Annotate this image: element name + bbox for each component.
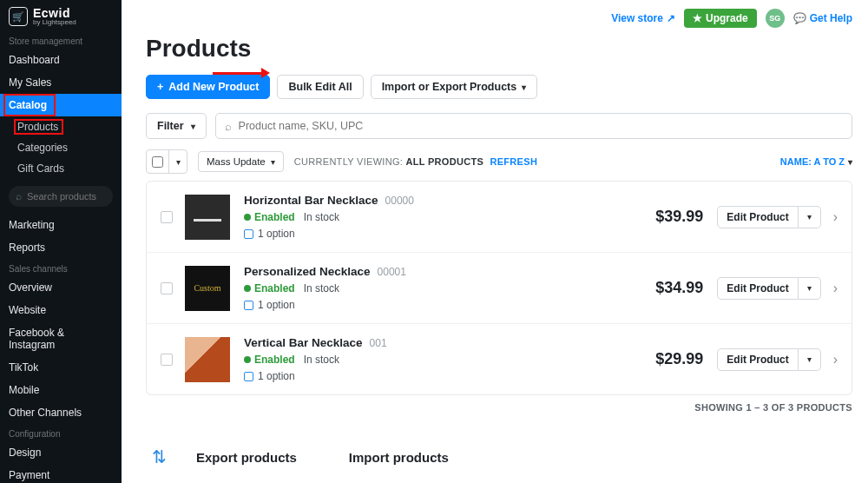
sidebar-item-my-sales[interactable]: My Sales [0,71,122,94]
product-row[interactable]: Custom Personalized Necklace 00001 Enabl… [147,253,852,324]
options-icon [244,229,253,239]
product-search[interactable]: ⌕ [215,113,852,139]
product-sku: 00001 [378,266,406,278]
section-configuration: Configuration [0,424,122,441]
import-export-button[interactable]: Import or Export Products▾ [371,75,538,99]
star-icon: ★ [693,12,702,24]
product-options[interactable]: 1 option [244,370,387,382]
edit-product-button[interactable]: Edit Product [717,206,798,228]
product-image[interactable] [185,195,230,240]
select-all-checkbox[interactable] [147,150,169,173]
product-name: Vertical Bar Necklace [244,336,363,349]
chevron-down-icon: ▾ [522,83,526,92]
edit-product-button[interactable]: Edit Product [717,348,798,371]
chevron-down-icon: ▾ [807,283,812,293]
product-image[interactable] [185,337,230,382]
export-icon: ⇅ [146,444,172,470]
sidebar-search[interactable]: ⌕ [9,186,113,207]
product-sku: 00000 [385,195,414,207]
product-checkbox[interactable] [161,282,173,294]
product-info: Personalized Necklace 00001 Enabled In s… [244,265,406,311]
user-avatar[interactable]: SG [766,9,785,28]
refresh-link[interactable]: REFRESH [490,156,537,167]
product-options[interactable]: 1 option [244,228,414,240]
chevron-down-icon: ▾ [271,157,275,167]
sidebar-item-website[interactable]: Website [0,299,122,321]
edit-product-group: Edit Product ▾ [717,277,820,300]
chevron-down-icon: ▾ [807,212,812,222]
options-icon [244,301,253,310]
product-info: Vertical Bar Necklace 001 Enabled In sto… [244,336,387,382]
product-checkbox[interactable] [161,211,173,223]
chevron-down-icon: ▾ [191,122,195,131]
edit-product-button[interactable]: Edit Product [717,277,798,300]
row-expand[interactable]: › [833,209,838,225]
edit-product-group: Edit Product ▾ [717,348,820,371]
product-sku: 001 [370,337,387,349]
sidebar-item-other-channels[interactable]: Other Channels [0,401,122,424]
sidebar-item-reports[interactable]: Reports [0,236,122,259]
search-icon: ⌕ [225,120,232,133]
product-price: $39.99 [655,208,703,226]
status-enabled: Enabled [244,282,295,294]
filter-button[interactable]: Filter▾ [146,113,207,139]
product-row[interactable]: Vertical Bar Necklace 001 Enabled In sto… [147,324,852,394]
chat-icon: 💬 [793,12,806,24]
section-store-management: Store management [0,31,122,49]
get-help-link[interactable]: 💬Get Help [793,12,852,24]
import-products-section[interactable]: Import products [349,444,449,470]
sidebar-item-dashboard[interactable]: Dashboard [0,49,122,71]
bulk-bar: ▾ Mass Update▾ CURRENTLY VIEWING: ALL PR… [146,149,852,174]
stock-label: In stock [304,282,339,294]
chevron-down-icon: ▾ [807,354,812,364]
upgrade-button[interactable]: ★Upgrade [684,9,757,28]
product-checkbox[interactable] [161,354,173,366]
edit-product-dropdown[interactable]: ▾ [799,348,821,371]
options-icon [244,372,253,381]
mass-update-button[interactable]: Mass Update▾ [198,151,284,172]
export-products-section[interactable]: ⇅ Export products [146,444,297,470]
sidebar: 🛒 Ecwid by Lightspeed Store management D… [0,0,122,483]
brand-name: Ecwid [33,7,76,19]
search-row: Filter▾ ⌕ [146,113,852,139]
product-search-input[interactable] [239,114,843,138]
sidebar-item-catalog[interactable]: Catalog [0,94,122,116]
sidebar-item-design[interactable]: Design [0,441,122,464]
edit-product-dropdown[interactable]: ▾ [799,277,821,300]
product-name: Horizontal Bar Necklace [244,194,378,207]
view-store-link[interactable]: View store ↗ [611,12,675,24]
bulk-edit-all-button[interactable]: Bulk Edit All [277,75,363,99]
status-enabled: Enabled [244,211,295,223]
sidebar-item-tiktok[interactable]: TikTok [0,356,122,379]
sidebar-sub-categories[interactable]: Categories [0,137,122,158]
cart-icon: 🛒 [9,7,28,26]
product-price: $34.99 [655,279,703,297]
sidebar-sub-products[interactable]: Products [0,116,122,137]
edit-product-dropdown[interactable]: ▾ [799,206,821,228]
stock-label: In stock [304,354,339,366]
external-link-icon: ↗ [667,12,675,24]
sidebar-search-input[interactable] [27,191,106,202]
sidebar-sub-gift-cards[interactable]: Gift Cards [0,158,122,179]
sort-order[interactable]: NAME: A TO Z▾ [780,156,852,167]
product-row[interactable]: Horizontal Bar Necklace 00000 Enabled In… [147,182,852,253]
main-content: View store ↗ ★Upgrade SG 💬Get Help Produ… [122,0,868,483]
sidebar-item-mobile[interactable]: Mobile [0,379,122,401]
showing-count: SHOWING 1 – 3 OF 3 PRODUCTS [146,402,852,413]
sidebar-item-payment[interactable]: Payment [0,464,122,483]
edit-product-group: Edit Product ▾ [717,206,820,228]
row-expand[interactable]: › [833,281,838,296]
brand-logo[interactable]: 🛒 Ecwid by Lightspeed [0,0,122,31]
stock-label: In stock [304,211,339,223]
product-image[interactable]: Custom [185,266,230,311]
row-expand[interactable]: › [833,352,838,367]
search-icon: ⌕ [16,190,22,202]
sidebar-item-marketing[interactable]: Marketing [0,214,122,236]
select-all-dropdown[interactable]: ▾ [169,150,187,173]
product-name: Personalized Necklace [244,265,371,278]
sidebar-item-overview[interactable]: Overview [0,276,122,299]
sidebar-item-facebook-instagram[interactable]: Facebook & Instagram [0,321,122,356]
bottom-sections: ⇅ Export products Import products [146,444,852,470]
add-new-product-button[interactable]: +Add New Product [146,75,270,99]
product-options[interactable]: 1 option [244,299,406,311]
